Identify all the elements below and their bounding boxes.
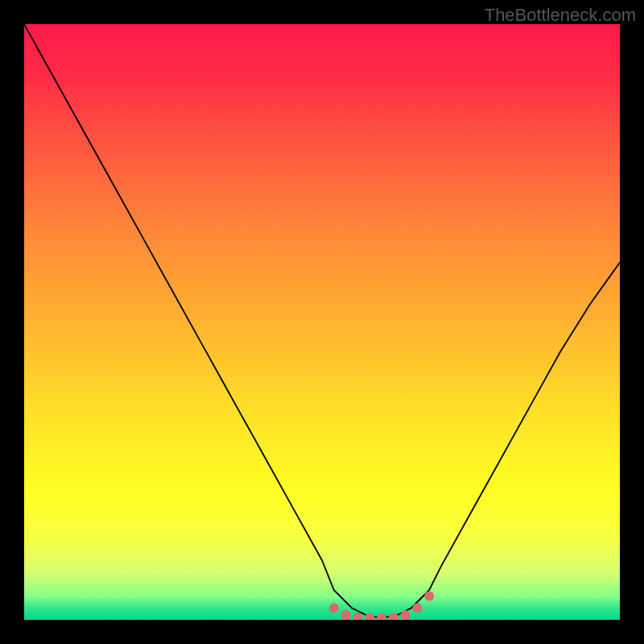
marker-dot <box>412 603 422 613</box>
marker-dot <box>401 610 411 620</box>
marker-dot <box>389 613 398 620</box>
chart-svg <box>24 24 620 620</box>
curve-line <box>24 24 620 617</box>
marker-dot <box>341 610 351 620</box>
plot-area <box>24 24 620 620</box>
marker-dot <box>365 613 374 620</box>
marker-dot <box>329 603 339 613</box>
watermark-text: TheBottleneck.com <box>485 5 636 26</box>
marker-dot <box>353 613 362 620</box>
marker-dot <box>377 613 386 620</box>
curve-markers <box>329 591 434 620</box>
marker-dot <box>424 591 434 601</box>
